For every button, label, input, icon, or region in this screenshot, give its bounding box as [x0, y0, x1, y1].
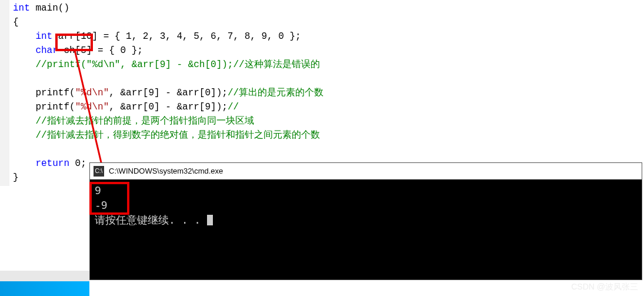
code-text: ch[5] = { 0 }; — [58, 45, 143, 56]
prompt-text: 请按任意键继续. . . — [95, 214, 207, 226]
code-line — [13, 72, 640, 86]
indent — [13, 130, 35, 141]
code-line: int arr[10] = { 1, 2, 3, 4, 5, 6, 7, 8, … — [13, 29, 640, 44]
indent — [13, 59, 35, 70]
indent — [13, 158, 35, 169]
code-text: main() — [30, 3, 69, 14]
code-line: //指针减去指针的前提，是两个指针指向同一块区域 — [13, 114, 640, 128]
code-line: char ch[5] = { 0 }; — [13, 44, 640, 58]
cmd-output: 9 -9 请按任意键继续. . . — [90, 179, 642, 231]
code-text: } — [13, 172, 19, 183]
code-line: printf("%d\n", &arr[0] - &arr[9]);// — [13, 100, 640, 114]
code-text: 0; — [69, 158, 86, 169]
keyword: return — [35, 158, 69, 169]
comment: // — [228, 102, 239, 112]
editor-gutter — [0, 271, 89, 281]
comment: //算出的是元素的个数 — [228, 88, 323, 98]
comment: //指针减去指针的前提，是两个指针指向同一块区域 — [35, 116, 253, 127]
array-size: [10] — [75, 31, 98, 42]
code-text: , &arr[9] - &arr[0]); — [109, 88, 228, 98]
cmd-icon: C:\ — [94, 166, 104, 177]
indent — [13, 102, 35, 112]
comment: //指针减去指针，得到数字的绝对值，是指针和指针之间元素的个数 — [35, 130, 319, 141]
indent — [13, 116, 35, 127]
code-line: int main() — [13, 1, 640, 15]
indent — [13, 45, 35, 56]
indent — [13, 31, 35, 42]
cmd-title-text: C:\WINDOWS\system32\cmd.exe — [109, 167, 223, 175]
output-prompt: 请按任意键继续. . . — [95, 212, 637, 227]
code-text: , &arr[0] - &arr[9]); — [109, 102, 228, 112]
code-text: { — [13, 17, 19, 28]
identifier: arr — [52, 31, 75, 42]
keyword: int — [35, 31, 52, 42]
code-line: //指针减去指针，得到数字的绝对值，是指针和指针之间元素的个数 — [13, 128, 640, 142]
output-line: 9 — [95, 183, 637, 198]
code-line: printf("%d\n", &arr[9] - &arr[0]);//算出的是… — [13, 86, 640, 100]
code-editor: int main() { int arr[10] = { 1, 2, 3, 4,… — [0, 0, 644, 186]
code-text: printf( — [35, 88, 75, 98]
cmd-titlebar[interactable]: C:\ C:\WINDOWS\system32\cmd.exe — [90, 163, 642, 179]
string: "%d\n" — [75, 102, 109, 112]
code-text: printf( — [35, 102, 75, 112]
comment: //printf("%d\n", &arr[9] - &ch[0]);//这种算… — [35, 59, 319, 70]
code-text: = { 1, 2, 3, 4, 5, 6, 7, 8, 9, 0 }; — [98, 31, 301, 42]
status-bar — [0, 281, 89, 296]
output-line: -9 — [95, 198, 637, 212]
watermark: CSDN @波风张三 — [571, 282, 638, 292]
keyword: int — [13, 3, 30, 14]
keyword: char — [35, 45, 58, 56]
string: "%d\n" — [75, 88, 109, 98]
code-line — [13, 142, 640, 157]
cursor — [207, 215, 213, 225]
indent — [13, 88, 35, 98]
code-line: //printf("%d\n", &arr[9] - &ch[0]);//这种算… — [13, 58, 640, 72]
cmd-window[interactable]: C:\ C:\WINDOWS\system32\cmd.exe 9 -9 请按任… — [89, 162, 642, 280]
code-line: { — [13, 15, 640, 29]
